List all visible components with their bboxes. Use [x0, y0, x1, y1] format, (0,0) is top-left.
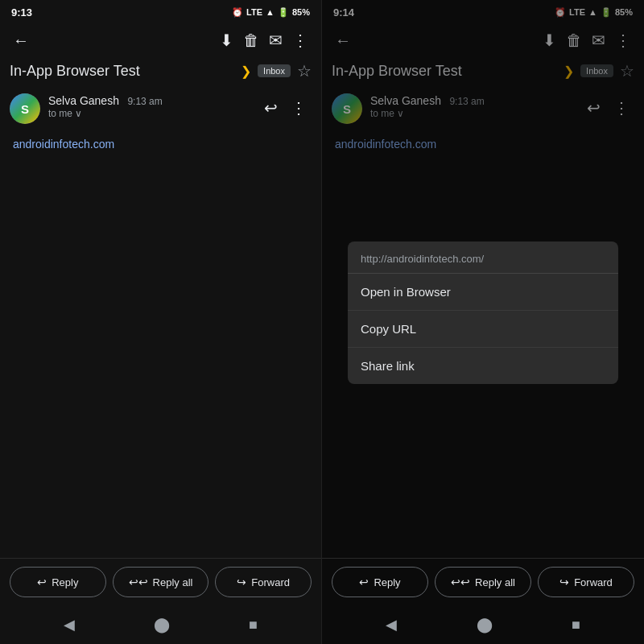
status-time-left: 9:13	[11, 6, 32, 19]
right-panel: 9:14 ⏰ LTE ▲ 🔋 85% ← ⬇ 🗑 ✉ ⋮ In-App Brow…	[322, 0, 644, 644]
reply-button-right[interactable]: ↩ Reply	[332, 567, 428, 597]
forward-btn-icon-right: ↪	[559, 576, 569, 588]
more-header-icon-left[interactable]: ⋮	[286, 93, 312, 122]
header-icons-left: ↩ ⋮	[259, 93, 312, 122]
nav-home-right[interactable]: ⬤	[477, 616, 493, 634]
email-header-left: S Selva Ganesh 9:13 am to me ∨ ↩ ⋮	[0, 87, 321, 130]
nav-bar-left: ◀ ⬤ ■	[0, 609, 321, 644]
mail-icon-left[interactable]: ✉	[264, 26, 287, 55]
reply-icon-left[interactable]: ↩	[259, 93, 283, 122]
nav-bar-right: ◀ ⬤ ■	[322, 609, 644, 644]
battery-icon-left: 🔋	[278, 7, 289, 18]
status-icons-left: ⏰ LTE ▲ 🔋 85%	[232, 7, 310, 18]
more-icon-left[interactable]: ⋮	[287, 26, 313, 55]
inbox-badge-left[interactable]: Inbox	[258, 64, 291, 77]
reply-button-left[interactable]: ↩ Reply	[10, 567, 106, 597]
star-icon-left[interactable]: ☆	[297, 61, 312, 80]
reply-all-btn-icon-right: ↩↩	[451, 576, 470, 588]
reply-all-button-left[interactable]: ↩↩ Reply all	[113, 567, 209, 597]
chevron-icon-left: ❯	[241, 64, 251, 79]
reply-btn-icon-right: ↩	[359, 576, 369, 588]
signal-icon: ▲	[266, 7, 275, 17]
open-in-browser-item[interactable]: Open in Browser	[348, 274, 618, 311]
toolbar-right-icons-left: ⬇ 🗑 ✉ ⋮	[215, 26, 313, 55]
forward-btn-icon-left: ↪	[237, 576, 246, 588]
sender-time-left: 9:13 am	[127, 96, 162, 107]
context-menu-url: http://androidinfotech.com/	[348, 242, 618, 274]
email-link-left[interactable]: androidinfotech.com	[13, 138, 114, 151]
nav-back-left[interactable]: ◀	[64, 616, 75, 634]
sender-name-left: Selva Ganesh	[48, 94, 119, 107]
reply-btn-icon-left: ↩	[37, 576, 47, 588]
avatar-left: S	[10, 93, 40, 124]
subject-title-left: In-App Browser Test	[10, 63, 234, 80]
nav-square-right[interactable]: ■	[572, 617, 580, 634]
alarm-icon: ⏰	[232, 7, 243, 18]
bottom-actions-left: ↩ Reply ↩↩ Reply all ↪ Forward	[0, 558, 321, 609]
left-panel: 9:13 ⏰ LTE ▲ 🔋 85% ← ⬇ 🗑 ✉ ⋮ In-App Brow…	[0, 0, 322, 644]
context-menu: http://androidinfotech.com/ Open in Brow…	[348, 242, 618, 384]
archive-icon-left[interactable]: ⬇	[215, 26, 238, 55]
sender-info-left: Selva Ganesh 9:13 am to me ∨	[48, 93, 251, 119]
nav-back-right[interactable]: ◀	[386, 616, 397, 634]
battery-percent-left: 85%	[292, 7, 310, 17]
copy-url-item[interactable]: Copy URL	[348, 311, 618, 348]
nav-home-left[interactable]: ⬤	[154, 616, 170, 634]
forward-button-right[interactable]: ↪ Forward	[538, 567, 634, 597]
nav-square-left[interactable]: ■	[249, 617, 258, 634]
forward-button-left[interactable]: ↪ Forward	[215, 567, 312, 597]
back-button-left[interactable]: ←	[8, 27, 34, 55]
email-body-left: androidinfotech.com	[0, 130, 321, 558]
sender-to-left[interactable]: to me ∨	[48, 108, 251, 119]
status-bar-left: 9:13 ⏰ LTE ▲ 🔋 85%	[0, 0, 321, 23]
share-link-item[interactable]: Share link	[348, 348, 618, 384]
reply-all-button-right[interactable]: ↩↩ Reply all	[435, 567, 531, 597]
subject-row-left: In-App Browser Test ❯ Inbox ☆	[0, 58, 321, 87]
toolbar-left: ← ⬇ 🗑 ✉ ⋮	[0, 23, 321, 58]
reply-all-btn-icon-left: ↩↩	[129, 576, 148, 588]
bottom-actions-right: ↩ Reply ↩↩ Reply all ↪ Forward	[322, 558, 644, 609]
delete-icon-left[interactable]: 🗑	[238, 27, 264, 55]
lte-icon: LTE	[246, 7, 262, 17]
